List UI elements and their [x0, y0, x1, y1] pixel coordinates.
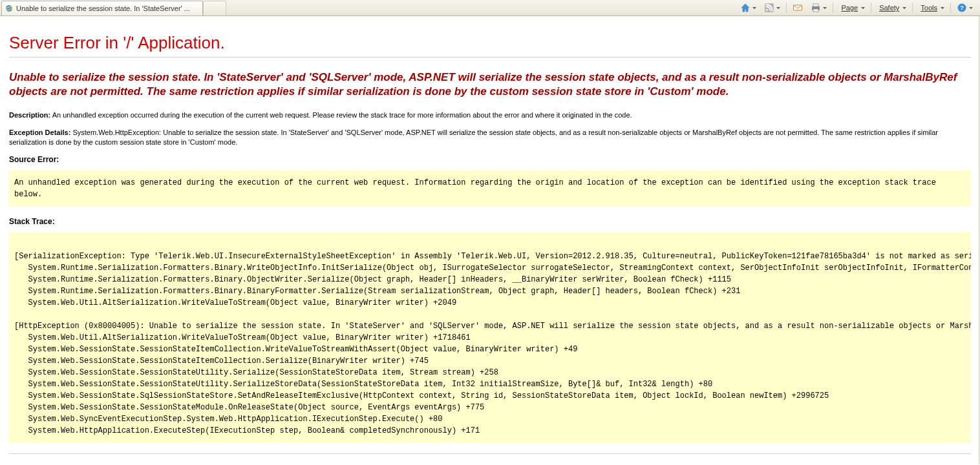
exception-details-field: Exception Details: System.Web.HttpExcept… [9, 128, 971, 147]
divider [9, 453, 971, 454]
error-title: Server Error in '/' Application. [9, 33, 971, 53]
page-menu-label: Page [839, 4, 859, 12]
command-bar: Page Safety Tools ? [737, 0, 980, 16]
tools-menu-button[interactable]: Tools [915, 0, 948, 16]
source-error-box: An unhandled exception was generated dur… [9, 170, 971, 207]
safety-menu-button[interactable]: Safety [874, 0, 910, 16]
rss-button[interactable] [761, 0, 783, 16]
description-label: Description: [9, 111, 50, 119]
chevron-down-icon [752, 7, 756, 9]
toolbar-separator [950, 3, 951, 13]
browser-chrome: Unable to serialize the session state. I… [0, 0, 980, 16]
chevron-down-icon [861, 7, 865, 9]
svg-point-3 [767, 9, 769, 11]
description-field: Description: An unhandled exception occu… [9, 110, 971, 120]
source-error-text: An unhandled exception was generated dur… [14, 178, 936, 199]
mail-icon [793, 3, 803, 13]
error-page-body: Server Error in '/' Application. Unable … [0, 16, 980, 464]
home-icon [740, 3, 751, 13]
stack-trace-label: Stack Trace: [9, 217, 971, 226]
home-button[interactable] [737, 0, 760, 16]
svg-text:?: ? [960, 5, 964, 11]
source-error-label: Source Error: [9, 155, 971, 164]
exception-details-text: System.Web.HttpException: Unable to seri… [9, 129, 938, 146]
help-button[interactable]: ? [953, 0, 976, 16]
description-text: An unhandled exception occurred during t… [52, 111, 632, 119]
svg-rect-7 [813, 9, 818, 12]
chevron-down-icon [969, 7, 973, 9]
toolbar-separator [912, 3, 913, 13]
help-icon: ? [957, 3, 967, 13]
svg-rect-6 [813, 4, 818, 6]
chevron-down-icon [902, 7, 906, 9]
print-icon [811, 3, 821, 13]
ie-favicon [5, 4, 14, 13]
divider [9, 57, 971, 57]
error-subtitle: Unable to serialize the session state. I… [9, 70, 971, 99]
toolbar-separator [871, 3, 871, 13]
exception-details-label: Exception Details: [9, 129, 70, 136]
safety-menu-label: Safety [877, 4, 900, 12]
toolbar-separator [833, 3, 833, 13]
mail-button[interactable] [789, 0, 806, 16]
chevron-down-icon [776, 7, 780, 9]
chevron-down-icon [941, 7, 944, 9]
stack-trace-box: [SerializationException: Type 'Telerik.W… [9, 232, 971, 443]
rss-icon [764, 3, 774, 13]
tools-menu-label: Tools [919, 4, 939, 12]
browser-tab-active[interactable]: Unable to serialize the session state. I… [1, 1, 203, 16]
page-menu-button[interactable]: Page [836, 0, 868, 16]
browser-tab-title: Unable to serialize the session state. I… [16, 5, 198, 12]
print-button[interactable] [807, 0, 830, 16]
chevron-down-icon [823, 7, 827, 9]
new-tab-button[interactable] [203, 1, 226, 16]
toolbar-separator [786, 3, 787, 13]
